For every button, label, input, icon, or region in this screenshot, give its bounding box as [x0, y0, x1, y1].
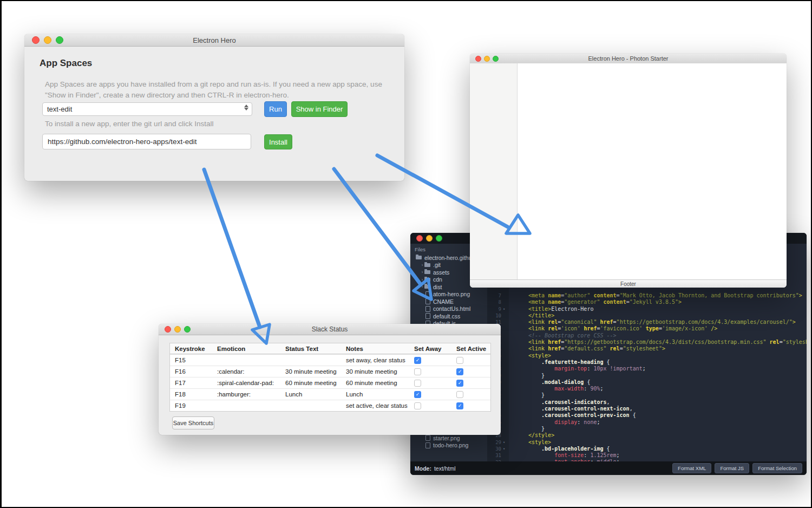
fold-arrow-icon[interactable]: ▾	[501, 307, 507, 311]
code-text: margin-top: 10px !important;	[528, 366, 646, 372]
code-text: }	[528, 373, 545, 379]
table-row: F16:calendar:30 minute meeting30 minute …	[170, 366, 490, 377]
chevron-right-icon[interactable]: ›	[420, 270, 424, 275]
code-text: .featurette-heading {	[528, 359, 610, 366]
install-button[interactable]: Install	[264, 134, 292, 149]
git-url-input[interactable]	[42, 134, 251, 149]
code-line: 11<link rel="canonical" href="https://ge…	[487, 319, 807, 325]
chevron-right-icon[interactable]: ›	[420, 263, 424, 268]
tree-item-cname[interactable]: CNAME	[410, 298, 487, 305]
code-line: 21 max-width: 90%;	[487, 386, 807, 392]
table-cell: :hamburger:	[212, 391, 280, 398]
minimize-button[interactable]	[426, 235, 433, 242]
code-line: 23 .carousel-indicators,	[487, 399, 807, 406]
page-title: App Spaces	[40, 58, 92, 69]
close-button[interactable]	[475, 56, 481, 62]
table-cell	[451, 391, 490, 398]
fold-arrow-icon[interactable]: ▾	[501, 447, 507, 451]
line-number: 30	[487, 446, 501, 452]
code-line: 18 margin-top: 10px !important;	[487, 366, 807, 372]
close-button[interactable]	[32, 36, 40, 44]
slack-titlebar[interactable]: Slack Status	[159, 324, 501, 335]
zoom-button[interactable]	[493, 56, 499, 62]
app-select[interactable]: text-edit	[42, 102, 252, 116]
run-button[interactable]: Run	[264, 101, 287, 117]
set-active-checkbox[interactable]	[456, 357, 463, 364]
tree-item-label: todo-hero.png	[433, 442, 468, 448]
format-selection-button[interactable]: Format Selection	[752, 463, 802, 473]
table-cell: set active, clear status	[341, 402, 409, 409]
set-active-checkbox[interactable]: ✓	[456, 368, 463, 375]
code-line: 28</style>	[487, 432, 807, 439]
code-text: display: none;	[528, 419, 600, 426]
set-active-checkbox[interactable]	[456, 391, 463, 398]
chevron-right-icon[interactable]: ›	[420, 284, 424, 289]
window-slack-status: Slack Status KeystrokeEmoticonStatus Tex…	[159, 324, 501, 435]
zoom-button[interactable]	[184, 326, 191, 333]
tree-item-todo-hero-png[interactable]: todo-hero.png	[410, 442, 487, 450]
table-cell: 60 minute meeting	[280, 380, 341, 386]
code-line: 26 display: none;	[487, 419, 807, 426]
code-line: 31 font-size: 1.125rem;	[487, 452, 807, 459]
table-cell: ✓	[409, 357, 451, 364]
file-icon	[425, 306, 430, 312]
set-away-checkbox[interactable]	[414, 368, 421, 375]
tree-item-label: CNAME	[433, 298, 454, 305]
code-text: <!-- Bootstrap core CSS -->	[528, 333, 617, 339]
tree-item-default-css[interactable]: default.css	[410, 312, 487, 320]
close-button[interactable]	[165, 326, 171, 333]
minimize-button[interactable]	[484, 56, 490, 62]
selected-app-value: text-edit	[47, 105, 72, 113]
set-away-checkbox[interactable]	[414, 380, 421, 387]
code-text: <meta name="generator" content="Jekyll v…	[528, 299, 682, 305]
set-away-checkbox[interactable]: ✓	[414, 357, 421, 364]
code-text: .carousel-control-next-icon,	[528, 406, 633, 412]
format-js-button[interactable]: Format JS	[715, 463, 749, 473]
table-cell: set away, clear status	[341, 357, 409, 363]
code-text: </style>	[528, 432, 554, 439]
table-cell: 30 minute meeting	[341, 368, 409, 375]
tree-item-starter-png[interactable]: starter.png	[410, 434, 487, 442]
line-number: 10	[487, 313, 501, 318]
show-in-finder-button[interactable]: Show in Finder	[291, 101, 348, 117]
window-title: Slack Status	[312, 325, 348, 333]
minimize-button[interactable]	[44, 36, 51, 44]
code-line: 8<meta name="generator" content="Jekyll …	[487, 299, 807, 305]
close-button[interactable]	[416, 235, 423, 242]
set-away-checkbox[interactable]: ✓	[414, 391, 421, 398]
table-cell: ✓	[409, 391, 451, 398]
line-number: 8	[487, 299, 501, 305]
app-titlebar[interactable]: Electron Hero	[24, 34, 404, 47]
set-active-checkbox[interactable]: ✓	[456, 380, 463, 387]
set-active-checkbox[interactable]: ✓	[456, 402, 463, 409]
chevron-right-icon[interactable]: ›	[420, 277, 424, 282]
code-text: .carousel-control-prev-icon {	[528, 412, 636, 419]
tree-item-contactus-html[interactable]: contactUs.html	[410, 305, 487, 313]
minimize-button[interactable]	[174, 326, 181, 333]
column-header: Set Active	[451, 346, 490, 352]
zoom-button[interactable]	[56, 36, 63, 44]
save-shortcuts-button[interactable]: Save Shortcuts	[172, 416, 214, 429]
code-line: 27 }	[487, 426, 807, 432]
fold-arrow-icon[interactable]: ▾	[501, 440, 507, 445]
tree-item-label: .git	[433, 262, 441, 268]
window-title: Electron Hero - Photon Starter	[588, 55, 669, 62]
table-cell: 30 minute meeting	[280, 368, 341, 375]
code-text: }	[528, 426, 545, 432]
file-icon	[425, 435, 430, 441]
code-line: 7<meta name="author" content="Mark Otto,…	[487, 292, 807, 299]
code-line: 24 .carousel-control-next-icon,	[487, 406, 807, 412]
format-xml-button[interactable]: Format XML	[672, 463, 711, 473]
tree-item-atom-hero-png[interactable]: atom-hero.png	[410, 291, 487, 298]
zoom-button[interactable]	[436, 235, 442, 242]
file-icon	[425, 291, 430, 297]
photon-titlebar[interactable]: Electron Hero - Photon Starter	[470, 54, 787, 64]
set-away-checkbox[interactable]	[414, 402, 421, 409]
folder-icon	[424, 270, 430, 274]
table-cell	[409, 368, 451, 375]
table-cell: ✓	[451, 380, 490, 387]
code-line: 20 .modal-dialog {	[487, 379, 807, 386]
code-text: <title>Electron-Hero	[528, 306, 593, 312]
column-header: Set Away	[409, 346, 451, 352]
table-cell: F16	[170, 368, 212, 375]
